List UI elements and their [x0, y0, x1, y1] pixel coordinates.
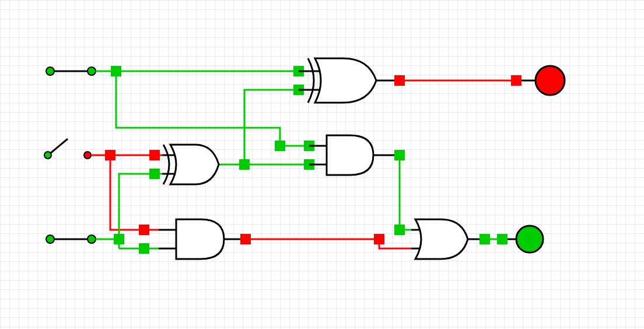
svg-rect-12 — [149, 169, 160, 179]
gate-and-1[interactable] — [309, 135, 373, 175]
gate-or-1[interactable] — [411, 219, 468, 259]
gate-and-2[interactable] — [159, 219, 224, 259]
svg-rect-33 — [480, 234, 490, 244]
output-led-carry — [516, 226, 543, 253]
switch-b-lever[interactable] — [50, 139, 68, 153]
input-toggle-a[interactable] — [46, 67, 54, 75]
svg-rect-8 — [149, 150, 160, 160]
svg-rect-30 — [511, 75, 522, 86]
svg-rect-4 — [275, 141, 285, 151]
circuit-svg — [0, 0, 644, 329]
output-led-sum — [536, 66, 565, 95]
gate-xor-2[interactable] — [162, 145, 219, 184]
node-c-out — [88, 235, 96, 243]
gate-xor-1[interactable] — [299, 58, 376, 103]
switch-b-right-pin — [84, 152, 91, 159]
input-toggle-c[interactable] — [46, 235, 54, 243]
svg-rect-35 — [497, 234, 508, 244]
node-a-out — [88, 67, 96, 75]
svg-rect-22 — [394, 225, 405, 235]
svg-rect-14 — [139, 243, 149, 254]
circuit-canvas[interactable] — [0, 0, 644, 329]
svg-rect-9 — [139, 225, 149, 235]
